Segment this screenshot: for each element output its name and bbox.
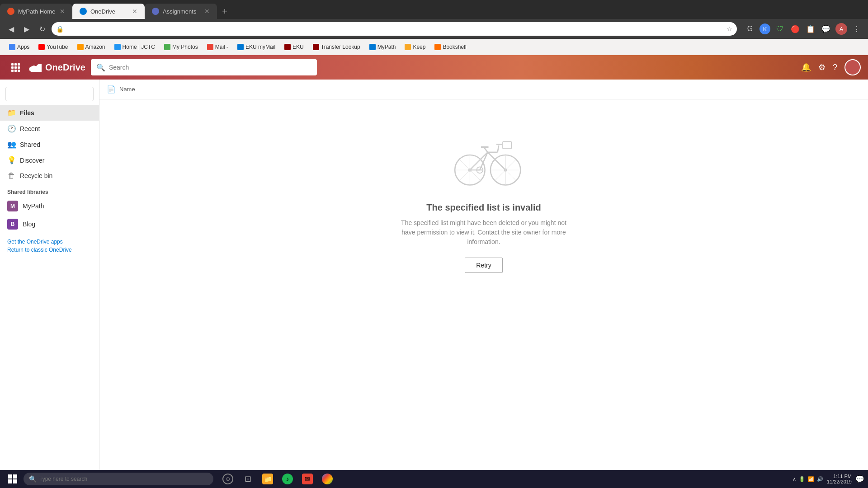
content-header: 📄 Name: [99, 80, 868, 99]
library-mypath-icon: M: [7, 201, 18, 211]
main-layout: 📁 Files 🕐 Recent 👥 Shared 💡 Discover 🗑 R…: [0, 80, 868, 470]
bicycle-icon: [443, 127, 524, 190]
star-icon[interactable]: ☆: [726, 25, 732, 33]
recycle-icon: 🗑: [7, 172, 15, 180]
kaspersky-icon[interactable]: 🛡: [774, 23, 786, 35]
tab-mypath[interactable]: MyPath Home ✕: [0, 4, 72, 19]
retry-button[interactable]: Retry: [465, 258, 502, 273]
notifications-icon[interactable]: 🔔: [801, 62, 811, 72]
ext3-icon[interactable]: 📋: [805, 23, 816, 35]
classic-link[interactable]: Return to classic OneDrive: [7, 247, 92, 253]
waffle-icon[interactable]: [7, 59, 24, 75]
bookmark-apps[interactable]: Apps: [5, 42, 33, 52]
tab-onedrive[interactable]: OneDrive ✕: [72, 4, 145, 19]
ext4-icon[interactable]: 💬: [820, 23, 832, 35]
search-box[interactable]: 🔍: [91, 59, 317, 75]
bookmark-apps-icon: [9, 44, 15, 50]
refresh-button[interactable]: ↻: [36, 23, 48, 35]
taskbar-taskview[interactable]: ⊡: [239, 470, 257, 488]
help-icon[interactable]: ?: [833, 63, 837, 72]
sidebar-library-blog[interactable]: B Blog: [0, 215, 99, 233]
tab-assignments[interactable]: Assignments ✕: [145, 4, 217, 19]
taskbar-search-icon: 🔍: [29, 475, 37, 483]
bookmark-eku[interactable]: EKU: [281, 42, 307, 52]
new-tab-button[interactable]: +: [217, 4, 232, 19]
tab-close-mypath[interactable]: ✕: [60, 8, 65, 15]
sidebar-item-files[interactable]: 📁 Files: [0, 105, 99, 121]
bookmark-apps-label: Apps: [17, 44, 29, 50]
bookmark-amazon[interactable]: Amazon: [74, 42, 109, 52]
sidebar-shared-label: Shared: [20, 141, 40, 148]
taskbar-search-input[interactable]: [39, 476, 208, 482]
bookmark-mypath[interactable]: MyPath: [366, 42, 400, 52]
sidebar-item-shared[interactable]: 👥 Shared: [0, 136, 99, 152]
bookmark-mail[interactable]: Mail -: [203, 42, 232, 52]
name-column-header: Name: [119, 86, 135, 93]
battery-icon: 🔋: [799, 476, 805, 482]
taskbar-spotify[interactable]: ♪: [278, 470, 297, 488]
bookmark-transfer[interactable]: Transfer Lookup: [309, 42, 364, 52]
tab-label-mypath: MyPath Home: [18, 8, 55, 15]
sidebar-item-recent[interactable]: 🕐 Recent: [0, 121, 99, 136]
address-bar[interactable]: 🔒 ☆: [52, 22, 737, 36]
tab-favicon-onedrive: [80, 8, 87, 15]
notification-center-icon[interactable]: 💬: [855, 475, 864, 483]
taskbar-explorer[interactable]: 📁: [259, 470, 277, 488]
forward-button[interactable]: ▶: [21, 23, 33, 35]
taskbar-gmail[interactable]: ✉: [298, 470, 316, 488]
bookmarks-bar: Apps YouTube Amazon Home | JCTC My Photo…: [0, 39, 868, 55]
sidebar-search-input[interactable]: [5, 87, 94, 101]
spotify-icon: ♪: [282, 474, 293, 484]
sidebar-footer: Get the OneDrive apps Return to classic …: [0, 233, 99, 260]
bookmark-amazon-icon: [77, 44, 84, 50]
get-apps-link[interactable]: Get the OneDrive apps: [7, 239, 92, 245]
bookmark-keep[interactable]: Keep: [401, 42, 429, 52]
bookmark-ekumail-icon: [237, 44, 244, 50]
profile-icon-k[interactable]: K: [760, 23, 770, 34]
bookmark-jctc-icon: [114, 44, 121, 50]
bookmark-mypath-label: MyPath: [377, 44, 396, 50]
wifi-icon: 📶: [808, 476, 814, 482]
ext2-icon[interactable]: 🔴: [789, 23, 801, 35]
sidebar-library-mypath[interactable]: M MyPath: [0, 197, 99, 215]
tab-label-assignments: Assignments: [163, 8, 196, 15]
sidebar-item-recycle[interactable]: 🗑 Recycle bin: [0, 168, 99, 183]
search-input[interactable]: [109, 64, 311, 71]
bookmark-ekumail[interactable]: EKU myMail: [234, 42, 279, 52]
taskbar-cortana[interactable]: ⊙: [219, 470, 237, 488]
bookmark-eku-label: EKU: [292, 44, 304, 50]
user-avatar[interactable]: A: [835, 23, 847, 35]
taskbar-right: ∧ 🔋 📶 🔊 1:11 PM 11/22/2019 💬: [793, 474, 864, 484]
menu-icon[interactable]: ⋮: [851, 23, 863, 35]
bookmark-photos-label: My Photos: [172, 44, 198, 50]
error-illustration: [443, 127, 524, 192]
volume-icon[interactable]: 🔊: [817, 476, 823, 482]
url-input[interactable]: [66, 26, 724, 33]
bookmark-mail-icon: [207, 44, 213, 50]
bookmark-bookshelf[interactable]: Bookshelf: [431, 42, 470, 52]
sidebar-item-discover[interactable]: 💡 Discover: [0, 152, 99, 168]
sidebar-discover-label: Discover: [20, 157, 44, 164]
error-description: The specified list might have been delet…: [393, 218, 574, 247]
bookmark-youtube-label: YouTube: [47, 44, 68, 50]
bookmark-jctc[interactable]: Home | JCTC: [111, 42, 159, 52]
browser-tab-bar: MyPath Home ✕ OneDrive ✕ Assignments ✕ +: [0, 0, 868, 19]
app-header: OneDrive 🔍 🔔 ⚙ ?: [0, 55, 868, 80]
back-button[interactable]: ◀: [5, 23, 17, 35]
bookmark-ekumail-label: EKU myMail: [245, 44, 275, 50]
bookmark-photos[interactable]: My Photos: [160, 42, 202, 52]
user-profile-icon[interactable]: [844, 59, 861, 75]
show-hidden-icon[interactable]: ∧: [793, 476, 796, 482]
tab-close-assignments[interactable]: ✕: [204, 8, 210, 15]
extensions-icon[interactable]: G: [744, 23, 756, 35]
start-button[interactable]: [4, 470, 22, 488]
app-title: OneDrive: [45, 62, 85, 73]
content-area: 📄 Name: [99, 80, 868, 470]
sidebar-recent-label: Recent: [20, 125, 40, 132]
settings-icon[interactable]: ⚙: [818, 62, 826, 72]
taskbar-search-box[interactable]: 🔍: [24, 473, 213, 485]
tab-close-onedrive[interactable]: ✕: [132, 8, 137, 15]
bookmark-youtube[interactable]: YouTube: [35, 42, 71, 52]
taskbar-chrome[interactable]: [318, 470, 336, 488]
bookmark-youtube-icon: [38, 44, 45, 50]
